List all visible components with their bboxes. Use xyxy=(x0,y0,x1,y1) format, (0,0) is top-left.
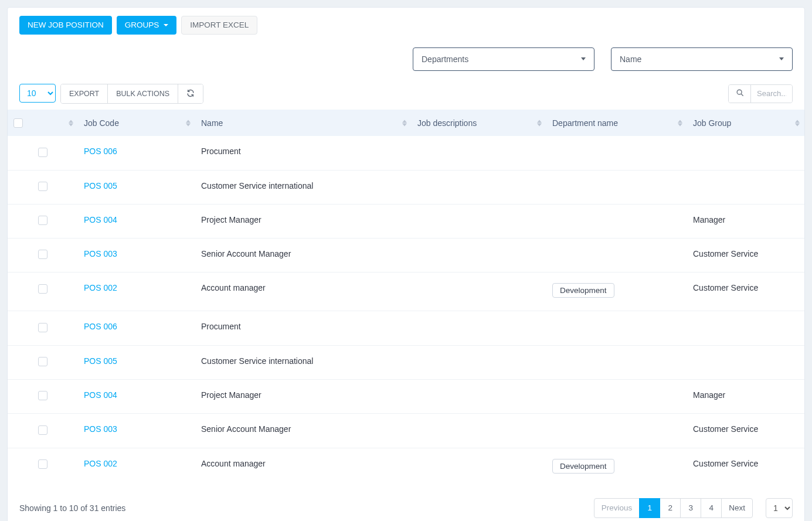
col-label: Department name xyxy=(552,118,618,128)
cell-job-code: POS 003 xyxy=(78,414,195,448)
col-header-job-code[interactable]: Job Code xyxy=(78,110,195,136)
table-row: POS 003Senior Account ManagerCustomer Se… xyxy=(8,239,804,273)
cell-name: Account manager xyxy=(195,273,412,311)
row-checkbox[interactable] xyxy=(38,148,47,157)
sort-icon xyxy=(678,120,682,126)
cell-job-descriptions xyxy=(412,414,546,448)
row-select-cell xyxy=(8,311,78,345)
job-code-link[interactable]: POS 006 xyxy=(84,322,117,331)
pagination-page-1[interactable]: 1 xyxy=(639,498,660,518)
cell-job-group xyxy=(687,136,804,170)
job-code-link[interactable]: POS 005 xyxy=(84,181,117,190)
refresh-icon xyxy=(186,89,195,99)
sort-icon xyxy=(795,120,800,126)
col-header-name[interactable]: Name xyxy=(195,110,412,136)
refresh-button[interactable] xyxy=(178,84,203,104)
col-header-department-name[interactable]: Department name xyxy=(546,110,687,136)
cell-job-descriptions xyxy=(412,345,546,379)
pagination-page-4[interactable]: 4 xyxy=(701,498,722,518)
new-job-position-button[interactable]: NEW JOB POSITION xyxy=(19,16,112,35)
cell-name: Customer Service international xyxy=(195,345,412,379)
pagination-next[interactable]: Next xyxy=(721,498,753,518)
pagination-previous[interactable]: Previous xyxy=(594,498,640,518)
cell-department-name xyxy=(546,345,687,379)
table-row: POS 006Procument xyxy=(8,311,804,345)
col-label: Job Code xyxy=(84,118,119,128)
table-row: POS 003Senior Account ManagerCustomer Se… xyxy=(8,414,804,448)
table-footer: Showing 1 to 10 of 31 entries Previous12… xyxy=(8,486,804,518)
job-code-link[interactable]: POS 002 xyxy=(84,459,117,468)
row-checkbox[interactable] xyxy=(38,357,47,366)
cell-job-descriptions xyxy=(412,170,546,204)
cell-job-group: Manager xyxy=(687,380,804,414)
cell-job-descriptions xyxy=(412,136,546,170)
cell-job-descriptions xyxy=(412,380,546,414)
table-row: POS 005Customer Service international xyxy=(8,345,804,379)
job-code-link[interactable]: POS 003 xyxy=(84,249,117,258)
select-all-checkbox[interactable] xyxy=(13,118,23,128)
col-header-select[interactable] xyxy=(8,110,78,136)
cell-name: Procument xyxy=(195,311,412,345)
row-checkbox[interactable] xyxy=(38,459,47,469)
caret-down-icon xyxy=(581,57,586,60)
row-select-cell xyxy=(8,345,78,379)
goto-page-select[interactable]: 1 xyxy=(766,498,793,518)
department-tag: Development xyxy=(552,459,614,474)
row-checkbox[interactable] xyxy=(38,284,47,294)
pagination-page-3[interactable]: 3 xyxy=(680,498,701,518)
cell-job-group xyxy=(687,345,804,379)
department-tag: Development xyxy=(552,283,614,298)
caret-down-icon xyxy=(164,24,168,26)
search-button[interactable] xyxy=(729,85,751,103)
name-filter-select[interactable]: Name xyxy=(611,47,793,71)
cell-job-code: POS 004 xyxy=(78,204,195,238)
footer-right: Previous1234Next 1 xyxy=(594,498,793,518)
row-checkbox[interactable] xyxy=(38,250,47,259)
cell-job-descriptions xyxy=(412,273,546,311)
row-checkbox[interactable] xyxy=(38,391,47,400)
search-input[interactable] xyxy=(751,85,792,103)
new-job-position-label: NEW JOB POSITION xyxy=(28,21,104,29)
job-code-link[interactable]: POS 004 xyxy=(84,215,117,224)
row-select-cell xyxy=(8,170,78,204)
job-code-link[interactable]: POS 002 xyxy=(84,283,117,292)
export-button[interactable]: EXPORT xyxy=(61,84,108,104)
departments-filter-select[interactable]: Departments xyxy=(413,47,594,71)
cell-job-group: Manager xyxy=(687,204,804,238)
pagination-page-2[interactable]: 2 xyxy=(660,498,681,518)
bulk-actions-button[interactable]: BULK ACTIONS xyxy=(108,84,178,104)
row-checkbox[interactable] xyxy=(38,182,47,191)
cell-name: Project Manager xyxy=(195,380,412,414)
table-row: POS 006Procument xyxy=(8,136,804,170)
cell-job-descriptions xyxy=(412,311,546,345)
row-select-cell xyxy=(8,448,78,486)
col-header-job-group[interactable]: Job Group xyxy=(687,110,804,136)
job-code-link[interactable]: POS 006 xyxy=(84,147,117,156)
row-checkbox[interactable] xyxy=(38,323,47,332)
cell-name: Project Manager xyxy=(195,204,412,238)
cell-job-group: Customer Service xyxy=(687,448,804,486)
cell-job-code: POS 006 xyxy=(78,311,195,345)
groups-dropdown-button[interactable]: GROUPS xyxy=(117,16,177,35)
col-header-job-descriptions[interactable]: Job descriptions xyxy=(412,110,546,136)
job-code-link[interactable]: POS 003 xyxy=(84,424,117,434)
job-code-link[interactable]: POS 004 xyxy=(84,390,117,400)
row-select-cell xyxy=(8,239,78,273)
row-select-cell xyxy=(8,204,78,238)
pagination: Previous1234Next xyxy=(594,498,753,518)
table-tools-left: 10 EXPORT BULK ACTIONS xyxy=(19,84,203,104)
cell-job-code: POS 004 xyxy=(78,380,195,414)
cell-department-name xyxy=(546,170,687,204)
page-card: NEW JOB POSITION GROUPS IMPORT EXCEL Dep… xyxy=(7,7,805,521)
row-checkbox[interactable] xyxy=(38,216,47,225)
row-checkbox[interactable] xyxy=(38,425,47,435)
table-row: POS 004Project ManagerManager xyxy=(8,380,804,414)
table-row: POS 004Project ManagerManager xyxy=(8,204,804,238)
data-table: Job Code Name Job descriptions Departmen… xyxy=(8,110,804,486)
cell-department-name: Development xyxy=(546,448,687,486)
page-length-select[interactable]: 10 xyxy=(19,84,56,103)
table-row: POS 002Account managerDevelopmentCustome… xyxy=(8,273,804,311)
cell-department-name xyxy=(546,380,687,414)
job-code-link[interactable]: POS 005 xyxy=(84,356,117,366)
import-excel-button[interactable]: IMPORT EXCEL xyxy=(181,16,257,35)
